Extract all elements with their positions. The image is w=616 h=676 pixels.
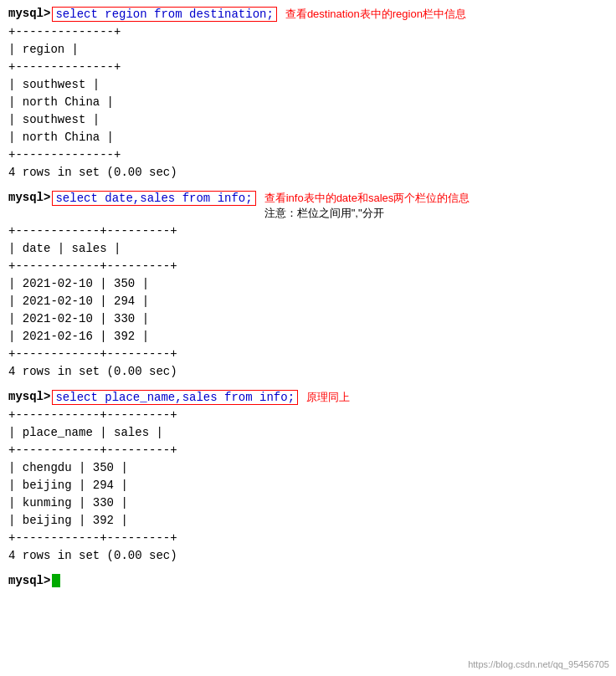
result-line-3: 4 rows in set (0.00 sec) — [8, 549, 608, 562]
table-line: | north China | — [8, 94, 608, 111]
table-line: | beijing | 294 | — [8, 477, 608, 494]
comment-line1-3: 原理同上 — [306, 390, 350, 405]
table-line: | 2021-02-10 | 350 | — [8, 275, 608, 293]
result-line-1: 4 rows in set (0.00 sec) — [8, 166, 608, 179]
table-line: | region | — [8, 41, 608, 59]
table-line: +------------+---------+ — [8, 258, 608, 275]
table-line: +--------------+ — [8, 146, 608, 164]
table-line: | place_name | sales | — [8, 424, 608, 442]
sql-command-3: select place_name,sales from info; — [52, 390, 298, 405]
table-line: | 2021-02-10 | 330 | — [8, 310, 608, 328]
table-line: +--------------+ — [8, 59, 608, 76]
table-output-3: +------------+---------+| place_name | s… — [8, 407, 608, 547]
prompt-label-1: mysql> — [8, 7, 50, 20]
comment-wrapper-2: 查看info表中的date和sales两个栏位的信息注意：栏位之间用","分开 — [256, 191, 470, 221]
terminal-block-3: mysql>select place_name,sales from info;… — [8, 390, 608, 562]
sql-command-2: select date,sales from info; — [52, 191, 255, 206]
terminal-block-2: mysql>select date,sales from info;查看info… — [8, 191, 608, 378]
prompt-line-1: mysql>select region from destination;查看d… — [8, 7, 608, 22]
terminal-block-1: mysql>select region from destination;查看d… — [8, 7, 608, 179]
table-line: | southwest | — [8, 76, 608, 94]
terminal-window: mysql>select region from destination;查看d… — [8, 7, 608, 587]
prompt-label-3: mysql> — [8, 390, 50, 403]
table-line: +------------+---------+ — [8, 530, 608, 547]
table-line: | kunming | 330 | — [8, 494, 608, 512]
comment-wrapper-3: 原理同上 — [298, 390, 350, 405]
table-line: +------------+---------+ — [8, 407, 608, 424]
result-line-2: 4 rows in set (0.00 sec) — [8, 365, 608, 378]
table-line: | date | sales | — [8, 240, 608, 258]
table-line: | southwest | — [8, 111, 608, 129]
table-line: +------------+---------+ — [8, 223, 608, 240]
prompt-line-2: mysql>select date,sales from info;查看info… — [8, 191, 608, 221]
table-line: +------------+---------+ — [8, 346, 608, 363]
table-line: | 2021-02-16 | 392 | — [8, 328, 608, 346]
table-output-1: +--------------+| region |+-------------… — [8, 23, 608, 164]
watermark: https://blog.csdn.net/qq_95456705 — [468, 659, 609, 669]
table-line: | chengdu | 350 | — [8, 459, 608, 477]
final-prompt-label: mysql> — [8, 574, 50, 587]
final-prompt-line: mysql> — [8, 574, 608, 587]
comment-line1-2: 查看info表中的date和sales两个栏位的信息 — [264, 191, 470, 206]
prompt-label-2: mysql> — [8, 191, 50, 204]
table-line: | 2021-02-10 | 294 | — [8, 293, 608, 310]
comment-line2-2: 注意：栏位之间用","分开 — [264, 206, 470, 221]
table-line: +--------------+ — [8, 23, 608, 41]
comment-line1-1: 查看destination表中的region栏中信息 — [285, 7, 466, 22]
table-output-2: +------------+---------+| date | sales |… — [8, 223, 608, 363]
comment-wrapper-1: 查看destination表中的region栏中信息 — [277, 7, 466, 22]
prompt-line-3: mysql>select place_name,sales from info;… — [8, 390, 608, 405]
table-line: +------------+---------+ — [8, 442, 608, 459]
sql-command-1: select region from destination; — [52, 7, 276, 22]
terminal-cursor — [52, 574, 60, 587]
table-line: | beijing | 392 | — [8, 512, 608, 530]
table-line: | north China | — [8, 129, 608, 146]
